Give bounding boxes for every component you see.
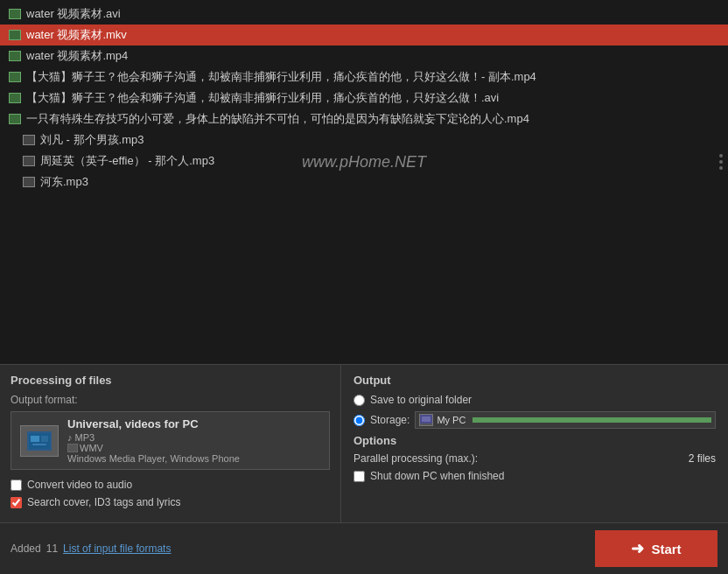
file-item-9[interactable]: 河东.mp3	[0, 172, 728, 192]
scrollbar-dot	[719, 160, 723, 164]
file-name: 一只有特殊生存技巧的小可爱，身体上的缺陷并不可怕，可怕的是因为有缺陷就妄下定论的…	[26, 110, 529, 128]
left-panel: Processing of files Output format:	[0, 365, 341, 522]
video-icon	[9, 51, 21, 61]
format-box[interactable]: Universal, videos for PC ♪ MP3 WMV Windo…	[10, 411, 330, 470]
added-count: 11	[46, 542, 58, 555]
storage-row: Storage: My PC	[354, 411, 716, 429]
file-item-5[interactable]: 【大猫】狮子王？他会和狮子沟通，却被南非捕狮行业利用，痛心疾首的他，只好这么做！…	[0, 88, 728, 108]
audio-icon	[23, 135, 35, 145]
file-icon	[7, 29, 23, 41]
start-button[interactable]: ➜ Start	[595, 530, 718, 567]
storage-fill	[472, 417, 711, 423]
search-cover-checkbox-row: Search cover, ID3 tags and lyrics	[10, 496, 330, 508]
parallel-value: 2 files	[689, 452, 716, 465]
search-cover-label: Search cover, ID3 tags and lyrics	[27, 496, 180, 508]
parallel-label: Parallel processing (max.):	[354, 452, 478, 465]
svg-rect-6	[422, 416, 430, 422]
file-name: 【大猫】狮子王？他会和狮子沟通，却被南非捕狮行业利用，痛心疾首的他，只好这么做！…	[26, 89, 499, 107]
file-item-3[interactable]: water 视频素材.mp4	[0, 46, 728, 66]
format-name: Universal, videos for PC	[67, 417, 320, 430]
music-icon: ♪ MP3	[67, 432, 94, 443]
format-tags: ♪ MP3 WMV	[67, 432, 320, 453]
format-subtitle: Windows Media Player, Windows Phone	[67, 453, 320, 464]
video-icon	[9, 72, 21, 82]
save-original-radio[interactable]	[354, 395, 365, 406]
file-name: 河东.mp3	[40, 173, 88, 191]
storage-icon	[419, 414, 433, 426]
shutdown-checkbox[interactable]	[354, 471, 365, 482]
file-icon	[7, 50, 23, 62]
input-formats-link[interactable]: List of input file formats	[63, 542, 171, 555]
video-icon	[9, 9, 21, 19]
file-item-7[interactable]: 刘凡 - 那个男孩.mp3	[0, 130, 728, 150]
save-original-label: Save to original folder	[370, 394, 472, 406]
video-icon	[9, 93, 21, 103]
file-name: water 视频素材.mkv	[26, 26, 127, 44]
file-icon	[21, 176, 37, 188]
shutdown-row: Shut down PC when finished	[354, 470, 716, 482]
format-icon	[20, 425, 59, 457]
wmv-tag: WMV	[67, 443, 320, 453]
file-name: 周延英（英子-effie） - 那个人.mp3	[40, 152, 214, 170]
right-panel: Output Save to original folder Storage:	[341, 365, 728, 522]
processing-title: Processing of files	[10, 374, 330, 387]
file-name: 【大猫】狮子王？他会和狮子沟通，却被南非捕狮行业利用，痛心疾首的他，只好这么做！…	[26, 68, 536, 86]
storage-radio[interactable]	[354, 415, 365, 426]
added-prefix: Added	[10, 542, 41, 555]
file-item-8[interactable]: 周延英（英子-effie） - 那个人.mp3	[0, 150, 728, 172]
output-format-label: Output format:	[10, 394, 330, 406]
file-icon	[7, 71, 23, 83]
file-icon	[7, 8, 23, 20]
file-icon	[21, 134, 37, 146]
convert-video-checkbox-row: Convert video to audio	[10, 479, 330, 491]
output-title: Output	[354, 374, 716, 387]
file-item-4[interactable]: 【大猫】狮子王？他会和狮子沟通，却被南非捕狮行业利用，痛心疾首的他，只好这么做！…	[0, 66, 728, 88]
start-arrow-icon: ➜	[631, 539, 644, 558]
video-icon	[9, 30, 21, 40]
convert-video-checkbox[interactable]	[10, 480, 22, 491]
storage-value: My PC	[437, 415, 466, 425]
save-original-radio-row: Save to original folder	[354, 394, 716, 406]
bottom-row1: Processing of files Output format:	[0, 365, 728, 523]
scrollbar-dot	[719, 166, 723, 170]
file-name: water 视频素材.mp4	[26, 47, 128, 65]
search-cover-checkbox[interactable]	[10, 497, 22, 508]
file-item-6[interactable]: 一只有特殊生存技巧的小可爱，身体上的缺陷并不可怕，可怕的是因为有缺陷就妄下定论的…	[0, 108, 728, 130]
file-name: water 视频素材.avi	[26, 5, 121, 23]
convert-video-label: Convert video to audio	[27, 479, 132, 491]
storage-label: Storage:	[370, 414, 410, 426]
audio-icon	[23, 156, 35, 166]
svg-rect-3	[32, 444, 46, 445]
file-list-area: water 视频素材.avi water 视频素材.mkv water 视频素材…	[0, 0, 728, 324]
footer-row: Added 11 List of input file formats ➜ St…	[0, 523, 728, 574]
parallel-processing-row: Parallel processing (max.): 2 files	[354, 452, 716, 465]
scrollbar-indicator	[719, 154, 723, 170]
scrollbar-dot	[719, 154, 723, 158]
storage-bar[interactable]: My PC	[415, 411, 716, 429]
svg-rect-4	[67, 444, 78, 452]
file-item-2[interactable]: water 视频素材.mkv	[0, 24, 728, 46]
video-icon	[9, 114, 21, 124]
file-icon	[21, 155, 37, 167]
start-label: Start	[651, 542, 681, 556]
format-icon-inner	[27, 431, 52, 451]
added-info: Added 11 List of input file formats	[10, 542, 171, 555]
file-name: 刘凡 - 那个男孩.mp3	[40, 131, 144, 149]
file-item-1[interactable]: water 视频素材.avi	[0, 4, 728, 24]
bottom-panel: Processing of files Output format:	[0, 364, 728, 574]
svg-rect-1	[31, 436, 39, 442]
audio-icon	[23, 177, 35, 187]
file-icon	[7, 113, 23, 125]
options-title: Options	[354, 434, 716, 447]
svg-rect-7	[424, 424, 428, 425]
format-details: Universal, videos for PC ♪ MP3 WMV Windo…	[67, 417, 320, 464]
file-icon	[7, 92, 23, 104]
shutdown-label: Shut down PC when finished	[370, 470, 504, 482]
svg-rect-2	[41, 436, 48, 442]
